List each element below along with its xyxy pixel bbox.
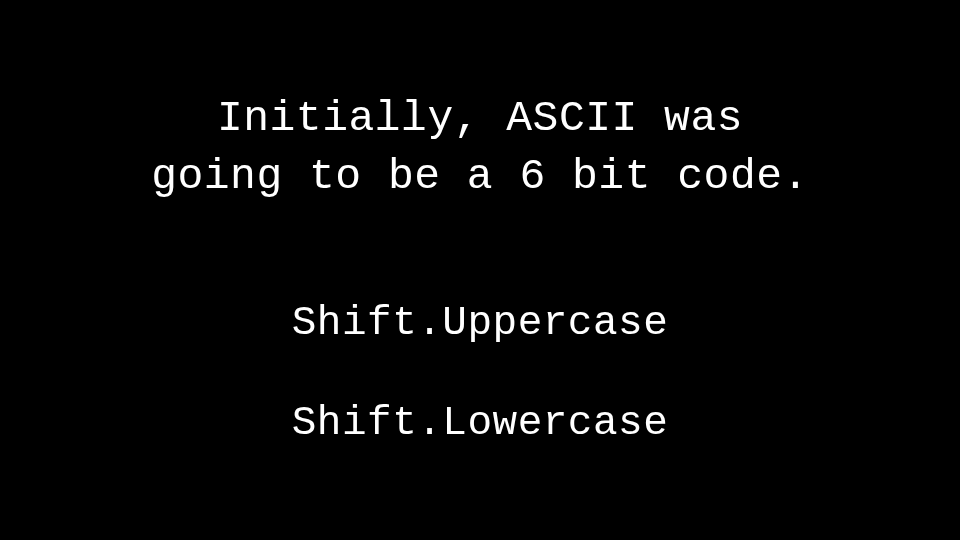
list-item-1: Shift.Uppercase xyxy=(0,300,960,346)
slide: Initially, ASCII was going to be a 6 bit… xyxy=(0,0,960,540)
list-item-2: Shift.Lowercase xyxy=(0,400,960,446)
heading-line-2: going to be a 6 bit code. xyxy=(151,152,809,201)
slide-heading: Initially, ASCII was going to be a 6 bit… xyxy=(0,90,960,206)
heading-line-1: Initially, ASCII was xyxy=(217,94,743,143)
